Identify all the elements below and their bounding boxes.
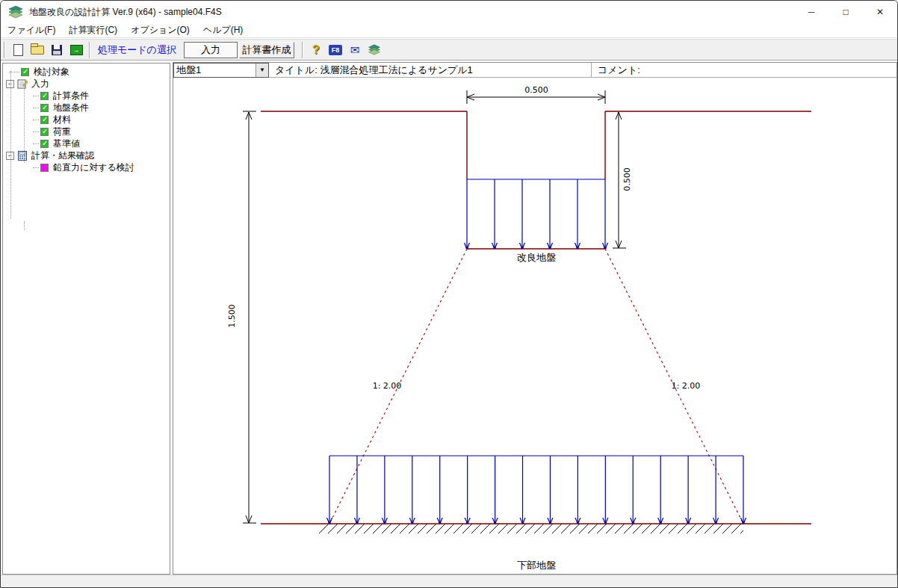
- tree-item-label: 計算条件: [53, 90, 89, 102]
- ground-improvement-diagram: 0.500 0.500 1.500 1: 2.00 1: 2.00 改良地盤 下…: [173, 78, 897, 574]
- product-layers-icon: [368, 44, 381, 55]
- notepad-icon: [17, 79, 28, 89]
- main-panel: 地盤1 ▼ タイトル: 浅層混合処理工法によるサンプル1 コメント:: [173, 62, 897, 575]
- menu-bar: ファイル(F) 計算実行(C) オプション(O) ヘルプ(H): [1, 23, 897, 38]
- window-title: 地盤改良の設計計算 Ver.9 (x64) - sample04.F4S: [29, 6, 222, 19]
- tree-item-label: 荷重: [53, 126, 71, 138]
- open-folder-icon: [31, 46, 44, 55]
- comment-label: コメント:: [598, 64, 897, 77]
- mail-support-button[interactable]: ✉: [346, 42, 364, 58]
- checkbox-checked-icon: [40, 92, 49, 100]
- app-logo-icon: [8, 5, 23, 19]
- slope-right-label: 1: 2.00: [672, 381, 701, 391]
- status-bar: [1, 575, 897, 587]
- checkbox-checked-icon: [21, 68, 29, 76]
- tree-item-zairyou[interactable]: 材料: [3, 114, 170, 126]
- checkbox-checked-icon: [40, 116, 49, 124]
- data-export-button[interactable]: →: [67, 42, 85, 58]
- tree-connector: [33, 167, 39, 168]
- tree-connector: [33, 131, 39, 132]
- forum8-button[interactable]: F8: [326, 42, 344, 58]
- tree-item-label: 材料: [53, 114, 71, 126]
- mail-icon: ✉: [350, 43, 360, 57]
- tree-item-jiban-jouken[interactable]: 地盤条件: [3, 102, 170, 114]
- title-bar: 地盤改良の設計計算 Ver.9 (x64) - sample04.F4S ─ □…: [1, 1, 897, 23]
- menu-calc-run[interactable]: 計算実行(C): [62, 22, 124, 38]
- save-floppy-icon: [52, 45, 62, 55]
- title-field: タイトル: 浅層混合処理工法によるサンプル1: [275, 64, 591, 77]
- tree-connector: [33, 96, 39, 96]
- tree-item-keisan-kekka[interactable]: − 計算・結果確認: [3, 149, 170, 161]
- checkbox-checked-icon: [40, 140, 49, 148]
- dim-left-height-label: 1.500: [227, 304, 237, 328]
- tree-item-label: 計算・結果確認: [31, 149, 94, 162]
- slope-left-label: 1: 2.00: [373, 381, 402, 391]
- ground-select-value: 地盤1: [174, 64, 256, 77]
- checkbox-checked-icon: [40, 104, 49, 112]
- title-value: 浅層混合処理工法によるサンプル1: [320, 64, 472, 75]
- dimension-lines: [243, 90, 626, 523]
- toolbar-separator: [4, 42, 5, 58]
- minimize-icon[interactable]: ─: [794, 1, 829, 23]
- save-file-button[interactable]: [48, 42, 66, 58]
- navigation-tree: 検討対象 − 入力 計算条件 地盤条件 材料: [2, 63, 170, 575]
- forum8-icon: F8: [329, 45, 342, 55]
- tree-item-nyuryoku[interactable]: − 入力: [3, 78, 170, 90]
- ground-select-combobox[interactable]: 地盤1 ▼: [173, 63, 269, 78]
- lower-ground-label: 下部地盤: [517, 560, 556, 571]
- tree-connector: [33, 108, 39, 108]
- report-create-button[interactable]: 計算書作成: [239, 42, 294, 58]
- tree-item-kentou-taishou[interactable]: 検討対象: [3, 66, 170, 78]
- title-label: タイトル:: [275, 64, 318, 75]
- header-separator: [591, 63, 592, 78]
- lower-load-arrows: [327, 456, 746, 524]
- upper-load-arrows: [465, 179, 608, 249]
- dim-top-width-label: 0.500: [524, 85, 548, 95]
- tree-item-label: 検討対象: [34, 66, 69, 78]
- main-header: 地盤1 ▼ タイトル: 浅層混合処理工法によるサンプル1 コメント:: [173, 63, 897, 78]
- toolbar-separator: [302, 42, 303, 58]
- tree-guide-line: [24, 221, 25, 230]
- checkbox-checked-icon: [40, 128, 49, 136]
- help-button[interactable]: ?: [307, 42, 325, 58]
- tree-guide-line: [10, 71, 11, 219]
- improved-ground-label: 改良地盤: [517, 252, 556, 263]
- tree-item-label: 地盤条件: [53, 102, 89, 114]
- maximize-icon[interactable]: □: [829, 1, 863, 23]
- product-info-button[interactable]: [365, 42, 383, 58]
- chevron-down-icon[interactable]: ▼: [256, 64, 268, 77]
- result-square-icon: [40, 164, 49, 172]
- tree-guide-line: [24, 84, 25, 163]
- app-window: 地盤改良の設計計算 Ver.9 (x64) - sample04.F4S ─ □…: [0, 0, 898, 588]
- open-file-button[interactable]: [28, 42, 46, 58]
- tree-item-kijunchi[interactable]: 基準値: [3, 137, 170, 149]
- menu-help[interactable]: ヘルプ(H): [196, 22, 250, 38]
- toolbar: → 処理モードの選択 入力 計算書作成 ? F8 ✉: [1, 39, 897, 61]
- tree-item-label: 入力: [31, 78, 49, 90]
- dim-right-depth-label: 0.500: [622, 167, 632, 191]
- ground-lines: [261, 111, 811, 524]
- diagram-svg: 0.500 0.500 1.500 1: 2.00 1: 2.00 改良地盤 下…: [173, 78, 897, 574]
- toolbar-separator: [89, 42, 90, 58]
- tree-connector: [33, 120, 39, 120]
- new-file-button[interactable]: [9, 42, 27, 58]
- close-icon[interactable]: ✕: [863, 1, 897, 23]
- new-document-icon: [13, 44, 23, 56]
- tree-item-label: 鉛直力に対する検討: [53, 161, 134, 174]
- tree-item-enchokuryoku[interactable]: 鉛直力に対する検討: [3, 161, 170, 173]
- load-lines: [327, 179, 746, 524]
- menu-options[interactable]: オプション(O): [124, 22, 196, 38]
- menu-file[interactable]: ファイル(F): [1, 22, 62, 38]
- calculator-icon: [17, 151, 28, 161]
- export-icon: →: [70, 45, 83, 55]
- input-mode-button[interactable]: 入力: [184, 42, 238, 58]
- tree-item-label: 基準値: [53, 137, 80, 150]
- tree-item-keisan-jouken[interactable]: 計算条件: [3, 90, 170, 102]
- mode-select-label: 処理モードの選択: [98, 43, 176, 57]
- tree-connector: [33, 143, 39, 144]
- tree-item-kajuu[interactable]: 荷重: [3, 126, 170, 137]
- help-question-icon: ?: [312, 43, 320, 57]
- ground-hatching: [319, 524, 743, 533]
